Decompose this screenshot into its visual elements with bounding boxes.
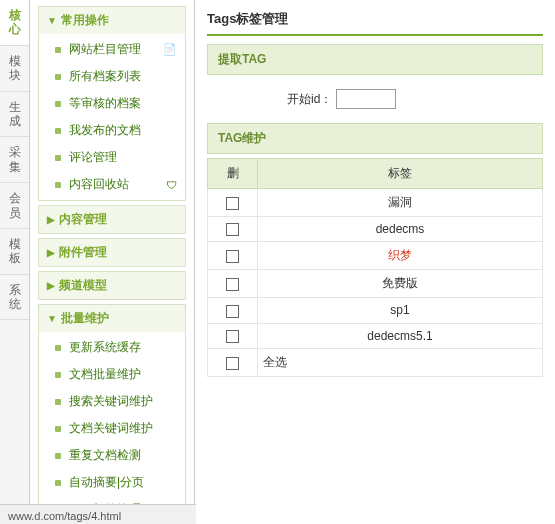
left-tab-1[interactable]: 模块 [0, 46, 29, 92]
menu-title: 内容管理 [59, 211, 107, 228]
start-id-label: 开始id： [287, 91, 332, 108]
tag-cell[interactable]: dedecms [258, 217, 543, 242]
left-tab-3[interactable]: 采集 [0, 137, 29, 183]
menu-item-label: 等审核的档案 [69, 95, 141, 112]
col-delete: 删 [208, 159, 258, 189]
tag-table: 删 标签 漏洞dedecms织梦免费版sp1dedecms5.1 全选 [207, 158, 543, 377]
bullet-icon [55, 182, 61, 188]
row-checkbox[interactable] [226, 305, 239, 318]
tag-cell[interactable]: dedecms5.1 [258, 323, 543, 348]
menu-title: 频道模型 [59, 277, 107, 294]
tag-cell[interactable]: 织梦 [258, 242, 543, 270]
table-row: dedecms5.1 [208, 323, 543, 348]
menu-item-0-5[interactable]: 内容回收站🛡 [39, 171, 185, 198]
row-checkbox[interactable] [226, 330, 239, 343]
menu-header-0[interactable]: ▼常用操作 [39, 7, 185, 34]
bullet-icon [55, 399, 61, 405]
menu-header-3[interactable]: ▶频道模型 [39, 272, 185, 299]
menu-group-0: ▼常用操作网站栏目管理📄所有档案列表等审核的档案我发布的文档评论管理内容回收站🛡 [38, 6, 186, 201]
menu-item-label: 我发布的文档 [69, 122, 141, 139]
menu-item-0-1[interactable]: 所有档案列表 [39, 63, 185, 90]
tag-maintain-header: TAG维护 [207, 123, 543, 154]
bullet-icon [55, 155, 61, 161]
table-row: 织梦 [208, 242, 543, 270]
row-checkbox[interactable] [226, 223, 239, 236]
menu-item-label: 自动摘要|分页 [69, 474, 144, 491]
select-all-checkbox-cell [208, 348, 258, 376]
menu-header-4[interactable]: ▼批量维护 [39, 305, 185, 332]
row-checkbox[interactable] [226, 250, 239, 263]
menu-item-4-4[interactable]: 重复文档检测 [39, 442, 185, 469]
menu-item-label: 文档关键词维护 [69, 420, 153, 437]
menu-item-label: 文档批量维护 [69, 366, 141, 383]
status-bar: www.d.com/tags/4.html [0, 504, 196, 524]
bullet-icon [55, 101, 61, 107]
item-icon: 🛡 [166, 179, 177, 191]
col-tag: 标签 [258, 159, 543, 189]
menu-item-4-2[interactable]: 搜索关键词维护 [39, 388, 185, 415]
left-tab-0[interactable]: 核心 [0, 0, 29, 46]
chevron-icon: ▼ [47, 15, 57, 26]
menu-group-3: ▶频道模型 [38, 271, 186, 300]
select-all-label[interactable]: 全选 [258, 348, 543, 376]
menu-header-2[interactable]: ▶附件管理 [39, 239, 185, 266]
menu-item-label: 评论管理 [69, 149, 117, 166]
left-tab-bar: 核心模块生成采集会员模板系统 [0, 0, 30, 524]
menu-item-label: 内容回收站 [69, 176, 129, 193]
row-checkbox[interactable] [226, 197, 239, 210]
start-id-input[interactable] [336, 89, 396, 109]
select-all-checkbox[interactable] [226, 357, 239, 370]
page-title: Tags标签管理 [207, 10, 543, 36]
menu-group-1: ▶内容管理 [38, 205, 186, 234]
bullet-icon [55, 480, 61, 486]
menu-group-4: ▼批量维护更新系统缓存文档批量维护搜索关键词维护文档关键词维护重复文档检测自动摘… [38, 304, 186, 524]
table-row: 免费版 [208, 270, 543, 298]
menu-title: 批量维护 [61, 310, 109, 327]
menu-item-0-0[interactable]: 网站栏目管理📄 [39, 36, 185, 63]
table-row: dedecms [208, 217, 543, 242]
bullet-icon [55, 453, 61, 459]
menu-item-label: 网站栏目管理 [69, 41, 141, 58]
bullet-icon [55, 372, 61, 378]
chevron-icon: ▼ [47, 313, 57, 324]
left-tab-2[interactable]: 生成 [0, 92, 29, 138]
menu-item-label: 更新系统缓存 [69, 339, 141, 356]
row-checkbox[interactable] [226, 278, 239, 291]
menu-header-1[interactable]: ▶内容管理 [39, 206, 185, 233]
sidebar: ▼常用操作网站栏目管理📄所有档案列表等审核的档案我发布的文档评论管理内容回收站🛡… [30, 0, 195, 524]
item-icon: 📄 [163, 43, 177, 56]
start-id-row: 开始id： [207, 79, 543, 123]
tag-cell[interactable]: 漏洞 [258, 189, 543, 217]
menu-item-4-3[interactable]: 文档关键词维护 [39, 415, 185, 442]
menu-item-0-3[interactable]: 我发布的文档 [39, 117, 185, 144]
menu-group-2: ▶附件管理 [38, 238, 186, 267]
menu-item-4-5[interactable]: 自动摘要|分页 [39, 469, 185, 496]
menu-title: 常用操作 [61, 12, 109, 29]
menu-item-label: 搜索关键词维护 [69, 393, 153, 410]
table-row: sp1 [208, 298, 543, 323]
chevron-icon: ▶ [47, 214, 55, 225]
menu-item-4-1[interactable]: 文档批量维护 [39, 361, 185, 388]
tag-cell[interactable]: 免费版 [258, 270, 543, 298]
left-tab-6[interactable]: 系统 [0, 275, 29, 321]
table-row: 漏洞 [208, 189, 543, 217]
left-tab-5[interactable]: 模板 [0, 229, 29, 275]
tag-cell[interactable]: sp1 [258, 298, 543, 323]
chevron-icon: ▶ [47, 247, 55, 258]
main-content: Tags标签管理 提取TAG 开始id： TAG维护 删 标签 漏洞dedecm… [195, 0, 555, 524]
extract-tag-header: 提取TAG [207, 44, 543, 75]
menu-item-4-0[interactable]: 更新系统缓存 [39, 334, 185, 361]
left-tab-4[interactable]: 会员 [0, 183, 29, 229]
bullet-icon [55, 426, 61, 432]
bullet-icon [55, 74, 61, 80]
menu-title: 附件管理 [59, 244, 107, 261]
menu-item-0-4[interactable]: 评论管理 [39, 144, 185, 171]
menu-item-label: 所有档案列表 [69, 68, 141, 85]
bullet-icon [55, 47, 61, 53]
menu-item-0-2[interactable]: 等审核的档案 [39, 90, 185, 117]
bullet-icon [55, 128, 61, 134]
bullet-icon [55, 345, 61, 351]
menu-item-label: 重复文档检测 [69, 447, 141, 464]
chevron-icon: ▶ [47, 280, 55, 291]
